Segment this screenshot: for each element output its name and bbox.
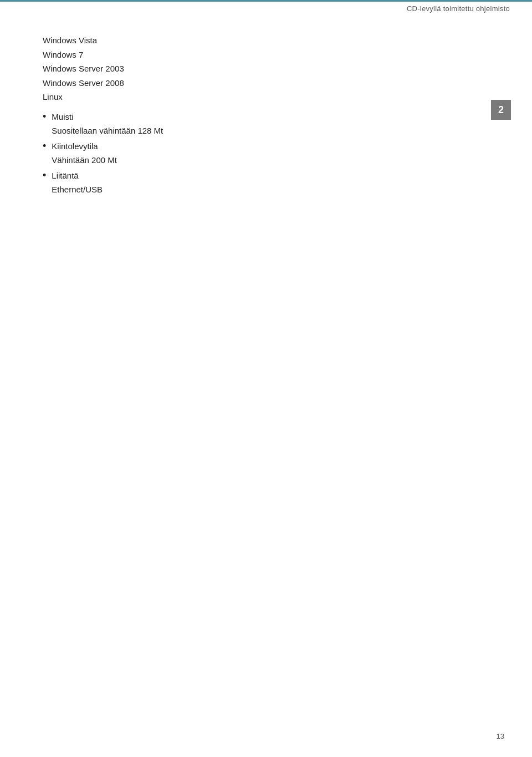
spec-label: Kiintolevytila bbox=[52, 139, 117, 154]
spec-label: Muisti bbox=[52, 110, 163, 124]
spec-list-item: •MuistiSuositellaan vähintään 128 Mt bbox=[43, 110, 466, 138]
page-number: 13 bbox=[497, 732, 504, 740]
bullet-dot-icon: • bbox=[43, 139, 46, 153]
spec-list-item: •KiintolevytilaVähintään 200 Mt bbox=[43, 139, 466, 167]
spec-list-item: •LiitäntäEthernet/USB bbox=[43, 169, 466, 197]
spec-detail: Suositellaan vähintään 128 Mt bbox=[52, 124, 163, 138]
os-list-item: Linux bbox=[43, 90, 466, 104]
spec-detail: Vähintään 200 Mt bbox=[52, 153, 117, 167]
spec-list: •MuistiSuositellaan vähintään 128 Mt•Kii… bbox=[43, 110, 466, 197]
os-list-item: Windows Server 2003 bbox=[43, 62, 466, 76]
os-list-item: Windows Vista bbox=[43, 33, 466, 48]
main-content: Windows VistaWindows 7Windows Server 200… bbox=[43, 33, 466, 198]
header-bar: CD-levyllä toimitettu ohjelmisto bbox=[0, 0, 532, 16]
os-list-item: Windows 7 bbox=[43, 48, 466, 62]
bullet-dot-icon: • bbox=[43, 110, 46, 124]
os-list-item: Windows Server 2008 bbox=[43, 76, 466, 90]
chapter-badge: 2 bbox=[491, 100, 511, 120]
spec-label: Liitäntä bbox=[52, 169, 103, 183]
os-list: Windows VistaWindows 7Windows Server 200… bbox=[43, 33, 466, 104]
spec-detail: Ethernet/USB bbox=[52, 182, 103, 197]
header-title: CD-levyllä toimitettu ohjelmisto bbox=[407, 4, 510, 13]
bullet-dot-icon: • bbox=[43, 169, 46, 182]
